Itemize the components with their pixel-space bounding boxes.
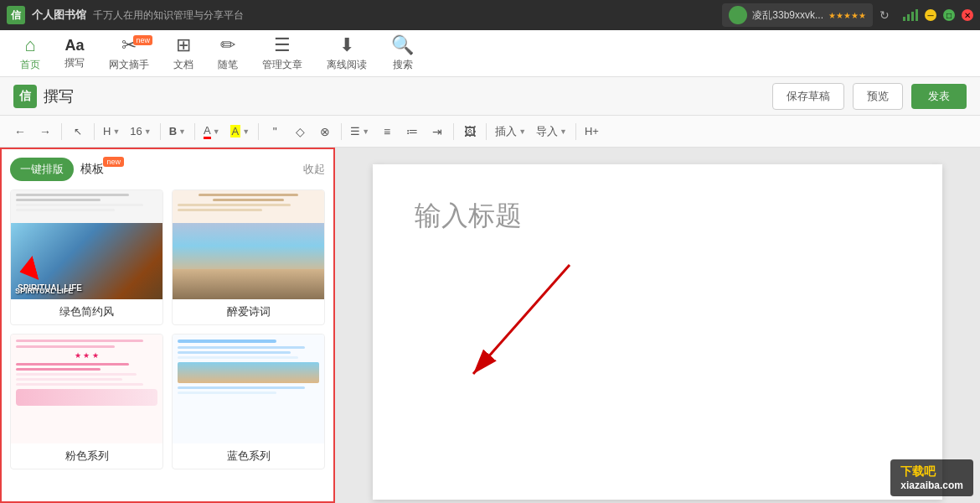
image-button[interactable]: 🖼 <box>458 120 482 143</box>
user-stars: ★★★★★ <box>828 11 866 20</box>
user-info: 凌乱33b9xxvk... ★★★★★ <box>722 3 873 27</box>
toolbar-doc[interactable]: ⊞ 文档 <box>162 30 206 76</box>
doc-icon: ⊞ <box>176 34 191 56</box>
toolbar-note[interactable]: ✏ 随笔 <box>206 30 250 76</box>
separator-8 <box>486 123 487 140</box>
spiritual-image: SPIRITUAL LIFE <box>11 223 162 299</box>
template-poem-thumb <box>173 190 324 299</box>
bullet-list-button[interactable]: ≔ <box>400 120 424 143</box>
toolbar-wenzhang-label: 网文摘手 <box>109 58 149 72</box>
main-area: 一键排版 模板 new 收起 <box>0 148 980 503</box>
highlight-arrow: ▼ <box>242 127 250 136</box>
bold-label: B <box>169 125 177 137</box>
import-dropdown[interactable]: 导入 ▼ <box>532 122 571 141</box>
templates-header: 一键排版 模板 new 收起 <box>10 158 325 181</box>
refresh-icon[interactable]: ↻ <box>879 8 890 22</box>
templates-label: 模板 new <box>80 162 104 177</box>
template-green-thumb: SPIRITUAL LIFE <box>11 190 162 299</box>
toolbar-search[interactable]: 🔍 搜索 <box>379 30 426 76</box>
indent-button[interactable]: ⇥ <box>426 120 449 143</box>
toolbar-write-label: 撰写 <box>64 56 85 70</box>
preview-button[interactable]: 预览 <box>853 83 903 110</box>
template-blue[interactable]: 蓝色系列 <box>172 334 325 469</box>
templates-grid: SPIRITUAL LIFE 绿色简约风 <box>10 189 325 469</box>
toolbar-search-label: 搜索 <box>393 58 413 72</box>
highlight-dropdown[interactable]: A ▼ <box>226 123 255 139</box>
highlight-label: A <box>230 125 241 137</box>
editor-area[interactable]: 输入标题 下载吧 xiazaiba.com <box>335 148 980 503</box>
search-icon: 🔍 <box>391 34 414 56</box>
save-draft-button[interactable]: 保存草稿 <box>772 83 844 110</box>
heading-dropdown[interactable]: H ▼ <box>99 123 124 139</box>
editor-page[interactable]: 输入标题 <box>373 164 942 500</box>
cursor-button[interactable]: ↖ <box>66 120 90 143</box>
separator-4 <box>194 123 195 140</box>
template-pink[interactable]: ★ ★ ★ 粉色系列 <box>10 334 163 469</box>
main-toolbar: ⌂ 首页 Aa 撰写 ✂ 网文摘手 new ⊞ 文档 ✏ 随笔 ☰ 管理文章 ⬇… <box>0 30 980 77</box>
editor-header: 信 撰写 保存草稿 预览 发表 <box>0 77 980 116</box>
heading-arrow: ▼ <box>112 127 120 136</box>
clear-button[interactable]: ⊗ <box>313 120 337 143</box>
fontsize-arrow: ▼ <box>144 127 152 136</box>
toolbar-offline-label: 离线阅读 <box>327 58 367 72</box>
new-badge: new <box>133 35 152 45</box>
one-click-layout-button[interactable]: 一键排版 <box>10 158 74 181</box>
editor-header-left: 信 撰写 <box>13 85 74 108</box>
color-dropdown[interactable]: A ▼ <box>199 122 224 141</box>
separator-1 <box>61 123 62 140</box>
eraser-button[interactable]: ◇ <box>288 120 312 143</box>
home-icon: ⌂ <box>24 34 35 56</box>
import-arrow: ▼ <box>560 127 567 136</box>
separator-9 <box>575 123 576 140</box>
color-label: A <box>204 124 211 139</box>
quote-button[interactable]: " <box>263 120 286 143</box>
toolbar-home[interactable]: ⌂ 首页 <box>8 30 53 76</box>
publish-button[interactable]: 发表 <box>911 84 967 109</box>
bold-dropdown[interactable]: B ▼ <box>165 123 190 139</box>
editor-title: 撰写 <box>44 86 74 106</box>
watermark: 下载吧 xiazaiba.com <box>890 459 973 496</box>
templates-new-badge: new <box>103 157 124 167</box>
app-logo: 信 <box>7 6 25 24</box>
undo-button[interactable]: ← <box>8 120 32 143</box>
insert-arrow: ▼ <box>518 127 526 136</box>
write-icon: Aa <box>64 37 84 54</box>
toolbar-note-label: 随笔 <box>218 58 238 72</box>
redo-button[interactable]: → <box>34 120 57 143</box>
insert-label: 插入 <box>495 124 517 139</box>
toolbar-manage[interactable]: ☰ 管理文章 <box>250 30 315 76</box>
color-arrow: ▼ <box>213 127 220 136</box>
template-blue-name: 蓝色系列 <box>173 443 324 469</box>
fontsize-dropdown[interactable]: 16 ▼ <box>126 123 155 139</box>
signal-icon <box>903 9 918 21</box>
toolbar-wenzhang[interactable]: ✂ 网文摘手 new <box>97 30 162 76</box>
collapse-button[interactable]: 收起 <box>303 162 325 177</box>
toolbar-home-label: 首页 <box>20 58 40 72</box>
minimize-button[interactable]: ─ <box>925 9 936 21</box>
watermark-url: xiazaiba.com <box>900 480 963 491</box>
toolbar-offline[interactable]: ⬇ 离线阅读 <box>315 30 379 76</box>
insert-dropdown[interactable]: 插入 ▼ <box>491 122 530 141</box>
h-plus-dropdown[interactable]: H+ <box>580 123 603 139</box>
align-arrow: ▼ <box>362 127 369 136</box>
templates-header-left: 一键排版 模板 new <box>10 158 104 181</box>
editor-title-placeholder[interactable]: 输入标题 <box>415 198 900 235</box>
manage-icon: ☰ <box>274 34 291 56</box>
h-plus-label: H+ <box>585 125 599 137</box>
align-dropdown[interactable]: ☰ ▼ <box>346 123 374 139</box>
format-toolbar: ← → ↖ H ▼ 16 ▼ B ▼ A ▼ A ▼ " ◇ ⊗ ☰ ▼ ≡ ≔… <box>0 116 980 148</box>
template-poem-name: 醉爱诗词 <box>173 299 324 324</box>
title-bar-left: 信 个人图书馆 千万人在用的知识管理与分享平台 <box>7 6 244 24</box>
app-subtitle: 千万人在用的知识管理与分享平台 <box>93 8 244 23</box>
ordered-list-button[interactable]: ≡ <box>375 120 399 143</box>
toolbar-write[interactable]: Aa 撰写 <box>53 30 97 76</box>
template-poem[interactable]: 醉爱诗词 <box>172 189 325 325</box>
close-button[interactable]: ✕ <box>962 9 973 21</box>
template-blue-thumb <box>173 334 324 443</box>
toolbar-manage-label: 管理文章 <box>262 58 302 72</box>
template-green[interactable]: SPIRITUAL LIFE 绿色简约风 <box>10 189 163 325</box>
separator-2 <box>94 123 95 140</box>
separator-7 <box>453 123 454 140</box>
import-label: 导入 <box>536 124 558 139</box>
maximize-button[interactable]: □ <box>943 9 955 21</box>
